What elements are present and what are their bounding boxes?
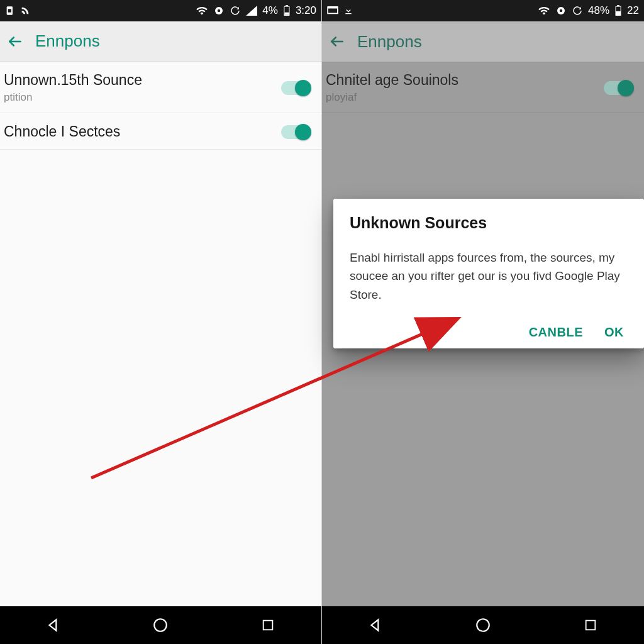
- toggle-switch[interactable]: [281, 81, 310, 95]
- nav-recents-icon[interactable]: [581, 616, 600, 635]
- app-bar: Ennpons: [0, 21, 321, 62]
- svg-rect-18: [586, 621, 595, 630]
- appbar-title: Ennpons: [357, 32, 422, 52]
- settings-status-icon: [213, 5, 225, 16]
- svg-rect-15: [617, 5, 619, 6]
- phone-right: 48% 22 Ennpons Chnitel age Souinols ploy…: [322, 0, 644, 644]
- setting-title: Unnown.15th Sounce: [4, 72, 142, 89]
- dialog-actions: CANBLE OK: [350, 325, 628, 340]
- phone-left: 4% 3:20 Ennpons Unnown.15th Sounce ptiti…: [0, 0, 322, 644]
- settings-status-icon: [555, 5, 567, 16]
- unknown-sources-dialog: Unknown Sources Enabl hirristall apps fo…: [333, 199, 644, 348]
- ok-button[interactable]: OK: [604, 325, 624, 340]
- cancel-button[interactable]: CANBLE: [529, 325, 583, 340]
- nav-home-icon[interactable]: [151, 616, 170, 635]
- clock: 22: [627, 4, 639, 17]
- dialog-title: Unknown Sources: [350, 214, 628, 232]
- settings-list: Chnitel age Souinols ployiaf Unknown Sou…: [322, 62, 644, 606]
- setting-subtitle: ptition: [4, 91, 142, 104]
- toggle-switch[interactable]: [281, 125, 310, 139]
- app-bar: Ennpons: [322, 21, 644, 62]
- dialog-body: Enabl hirristall apps fources from, the …: [350, 248, 628, 304]
- wifi-icon: [538, 6, 550, 16]
- setting-unknown-sources[interactable]: Unnown.15th Sounce ptition: [0, 62, 321, 113]
- svg-point-3: [218, 9, 221, 13]
- svg-point-8: [155, 619, 167, 631]
- appbar-title: Ennpons: [35, 31, 100, 51]
- battery-icon: [283, 5, 291, 16]
- setting-title: Chnocle I Sectces: [4, 123, 120, 140]
- svg-rect-16: [616, 7, 620, 11]
- rss-icon: [20, 6, 30, 16]
- refresh-icon: [230, 5, 241, 16]
- wifi-icon: [196, 6, 208, 16]
- svg-point-13: [560, 9, 563, 13]
- battery-pct: 4%: [262, 4, 278, 17]
- nav-back-icon[interactable]: [366, 616, 385, 635]
- signal-icon: [246, 6, 257, 16]
- status-bar: 4% 3:20: [0, 0, 321, 21]
- svg-rect-7: [284, 13, 289, 14]
- nav-bar: [322, 606, 644, 644]
- settings-list: Unnown.15th Sounce ptition Chnocle I Sec…: [0, 62, 321, 606]
- nav-back-icon[interactable]: [44, 616, 63, 635]
- sim-icon: [5, 6, 15, 16]
- nav-bar: [0, 606, 321, 644]
- svg-rect-9: [263, 621, 272, 630]
- battery-icon: [614, 5, 622, 16]
- svg-rect-11: [328, 9, 337, 13]
- back-icon[interactable]: [328, 33, 346, 50]
- battery-pct: 48%: [588, 4, 609, 17]
- refresh-icon: [572, 5, 583, 16]
- nav-home-icon[interactable]: [474, 616, 492, 635]
- svg-rect-1: [8, 9, 11, 12]
- svg-point-17: [477, 619, 489, 631]
- window-icon: [327, 6, 338, 15]
- status-bar: 48% 22: [322, 0, 644, 21]
- setting-chnocle-sectces[interactable]: Chnocle I Sectces: [0, 113, 321, 150]
- download-icon: [343, 6, 353, 16]
- svg-rect-5: [286, 5, 288, 6]
- nav-recents-icon[interactable]: [258, 616, 277, 635]
- clock: 3:20: [296, 4, 316, 17]
- back-icon[interactable]: [6, 33, 24, 50]
